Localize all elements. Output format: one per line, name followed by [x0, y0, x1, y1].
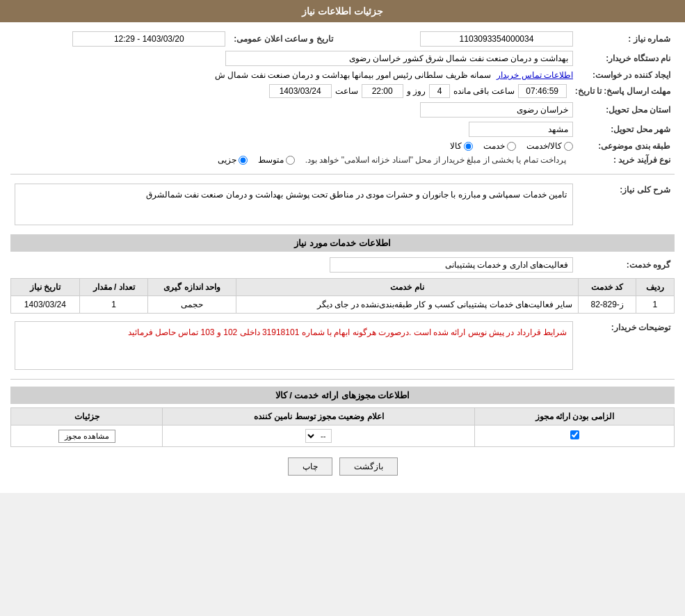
process-jazee-option: جزیی [218, 155, 248, 165]
row-unit: حجمی [148, 296, 236, 314]
process-value: پرداخت تمام یا بخشی از مبلغ خریدار از مح… [10, 153, 577, 167]
reply-deadline-value: 07:46:59 ساعت باقی مانده 4 روز و 22:00 س… [10, 82, 571, 100]
service-info-header: اطلاعات خدمات مورد نیاز [10, 234, 675, 252]
col-header-row-num: ردیف [636, 279, 674, 296]
license-col-required: الزامی بودن ارائه مجوز [475, 408, 675, 425]
deadline-time: 22:00 [362, 84, 403, 98]
process-label: نوع فرآیند خرید : [577, 153, 675, 167]
deadline-remaining-time: 07:46:59 [518, 84, 567, 98]
process-note: پرداخت تمام یا بخشی از مبلغ خریدار از مح… [305, 155, 566, 165]
delivery-city-label: شهر محل تحویل: [577, 120, 675, 139]
category-khadamat-label: خدمت [483, 141, 505, 151]
need-number-value: 1103093354000034 [358, 29, 577, 49]
license-row: -- مشاهده مجوز [11, 425, 675, 447]
process-jazee-label: جزیی [218, 155, 236, 165]
category-kala-khadamat-label: کالا/خدمت [526, 141, 562, 151]
license-section-header: اطلاعات مجوزهای ارائه خدمت / کالا [10, 387, 675, 404]
info-table-desc: شرح کلی نیاز: تامین خدمات سمپاشی و مبارز… [10, 181, 675, 227]
delivery-city-value: مشهد [10, 120, 577, 139]
delivery-province-value: خراسان رضوی [10, 100, 577, 120]
view-license-button[interactable]: مشاهده مجوز [58, 430, 115, 443]
announce-datetime-input: 1403/03/20 - 12:29 [72, 31, 225, 47]
buyer-org-label: نام دستگاه خریدار: [577, 49, 675, 68]
info-table-service-group: گروه خدمت: فعالیت‌های اداری و خدمات پشتی… [10, 255, 675, 275]
table-row: 1 ز-829-82 سایر فعالیت‌های خدمات پشتیبان… [11, 296, 675, 314]
row-date: 1403/03/24 [11, 296, 80, 314]
general-desc-value: تامین خدمات سمپاشی و مبارزه با جانوران و… [10, 181, 577, 227]
col-header-unit: واحد اندازه گیری [148, 279, 236, 296]
service-data-table: ردیف کد خدمت نام خدمت واحد اندازه گیری ت… [10, 278, 675, 314]
category-kala-option: کالا [450, 141, 473, 151]
return-button[interactable]: بازگشت [339, 457, 398, 476]
main-content: شماره نیاز : 1103093354000034 تاریخ و سا… [0, 22, 685, 493]
info-table-row2: نام دستگاه خریدار: بهداشت و درمان صنعت ن… [10, 49, 675, 68]
category-kala-khadamat-radio[interactable] [564, 142, 573, 151]
license-status-select[interactable]: -- [305, 429, 332, 443]
page-title: جزئیات اطلاعات نیاز [302, 6, 383, 17]
buyer-org-value: بهداشت و درمان صنعت نفت شمال شرق کشور خر… [10, 49, 577, 68]
print-button[interactable]: چاپ [288, 457, 332, 476]
creator-link[interactable]: اطلاعات تماس خریدار [497, 70, 573, 80]
buyer-notes-label: توضیحات خریدار: [577, 319, 675, 372]
row-num: 1 [636, 296, 674, 314]
col-header-code: کد خدمت [579, 279, 636, 296]
category-khadamat-radio[interactable] [507, 142, 516, 151]
license-table: الزامی بودن ارائه مجوز اعلام وضعیت مجوز … [10, 407, 675, 447]
deadline-days: 4 [429, 84, 450, 98]
creator-name: سمانه ظریف سلطانی رئیس امور بیمانها بهدا… [215, 70, 491, 80]
remaining-unit2: روز و [407, 86, 426, 96]
remaining-unit3: ساعت باقی مانده [453, 86, 515, 96]
category-value: کالا/خدمت خدمت کالا [10, 139, 577, 153]
row-quantity: 1 [79, 296, 148, 314]
license-col-status: اعلام وضعیت مجوز توسط نامین کننده [163, 408, 475, 425]
category-kala-label: کالا [450, 141, 462, 151]
delivery-city-input: مشهد [469, 122, 573, 137]
info-table-row3: ایجاد کننده در خواست: اطلاعات تماس خریدا… [10, 68, 675, 82]
remaining-unit1: ساعت [335, 86, 358, 96]
license-required-cell [475, 425, 675, 447]
general-desc-textarea[interactable]: تامین خدمات سمپاشی و مبارزه با جانوران و… [15, 184, 573, 225]
general-desc-label: شرح کلی نیاز: [577, 181, 675, 227]
license-details-cell: مشاهده مجوز [11, 425, 163, 447]
col-header-name: نام خدمت [236, 279, 579, 296]
service-group-value: فعالیت‌های اداری و خدمات پشتیبانی [10, 255, 577, 275]
col-header-quantity: تعداد / مقدار [79, 279, 148, 296]
row-name: سایر فعالیت‌های خدمات پشتیبانی کسب و کار… [236, 296, 579, 314]
action-buttons: بازگشت چاپ [10, 457, 675, 486]
service-group-label: گروه خدمت: [577, 255, 675, 275]
process-jazee-radio[interactable] [239, 156, 248, 165]
category-khadamat-option: خدمت [483, 141, 516, 151]
license-required-checkbox[interactable] [570, 430, 579, 439]
delivery-province-input: خراسان رضوی [420, 102, 573, 117]
creator-label: ایجاد کننده در خواست: [577, 68, 675, 82]
info-table-row4: مهلت ارسال پاسخ: تا تاریخ: 07:46:59 ساعت… [10, 82, 675, 100]
page-header: جزئیات اطلاعات نیاز [0, 0, 685, 22]
page-container: جزئیات اطلاعات نیاز شماره نیاز : 1103093… [0, 0, 685, 493]
buyer-org-input: بهداشت و درمان صنعت نفت شمال شرق کشور خر… [225, 51, 573, 66]
need-number-input: 1103093354000034 [420, 31, 573, 47]
info-table-row7: طبقه بندی موضوعی: کالا/خدمت خدمت [10, 139, 675, 153]
process-motavaset-option: متوسط [258, 155, 295, 165]
category-radio-group: کالا/خدمت خدمت کالا [15, 141, 573, 151]
buyer-notes-value: شرایط قرارداد در پیش نویس ارائه شده است … [10, 319, 577, 372]
category-label: طبقه بندی موضوعی: [577, 139, 675, 153]
buyer-notes-textarea[interactable]: شرایط قرارداد در پیش نویس ارائه شده است … [15, 321, 573, 370]
deadline-date: 1403/03/24 [269, 84, 332, 98]
info-table-row5: استان محل تحویل: خراسان رضوی [10, 100, 675, 120]
col-header-date: تاریخ نیاز [11, 279, 80, 296]
row-code: ز-829-82 [579, 296, 636, 314]
deadline-row: 07:46:59 ساعت باقی مانده 4 روز و 22:00 س… [15, 84, 567, 98]
category-kala-radio[interactable] [464, 142, 473, 151]
info-table-row6: شهر محل تحویل: مشهد [10, 120, 675, 139]
announce-datetime-label: تاریخ و ساعت اعلان عمومی: [229, 29, 337, 49]
process-motavaset-radio[interactable] [286, 156, 295, 165]
reply-deadline-label: مهلت ارسال پاسخ: تا تاریخ: [571, 82, 675, 100]
license-col-details: جزئیات [11, 408, 163, 425]
category-kala-khadamat-option: کالا/خدمت [526, 141, 573, 151]
info-table-row8: نوع فرآیند خرید : پرداخت تمام یا بخشی از… [10, 153, 675, 167]
divider1 [10, 174, 675, 175]
info-table-row1: شماره نیاز : 1103093354000034 تاریخ و سا… [10, 29, 675, 49]
info-table-buyer-notes: توضیحات خریدار: شرایط قرارداد در پیش نوی… [10, 319, 675, 372]
license-status-cell: -- [163, 425, 475, 447]
need-number-label: شماره نیاز : [577, 29, 675, 49]
